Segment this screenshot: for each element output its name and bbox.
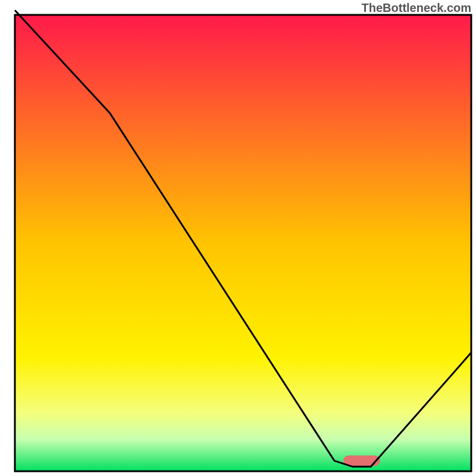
optimal-marker: [343, 456, 380, 466]
chart-container: { "watermark": "TheBottleneck.com", "cha…: [0, 0, 476, 476]
bottleneck-chart: [0, 0, 476, 476]
watermark-text: TheBottleneck.com: [362, 1, 471, 15]
